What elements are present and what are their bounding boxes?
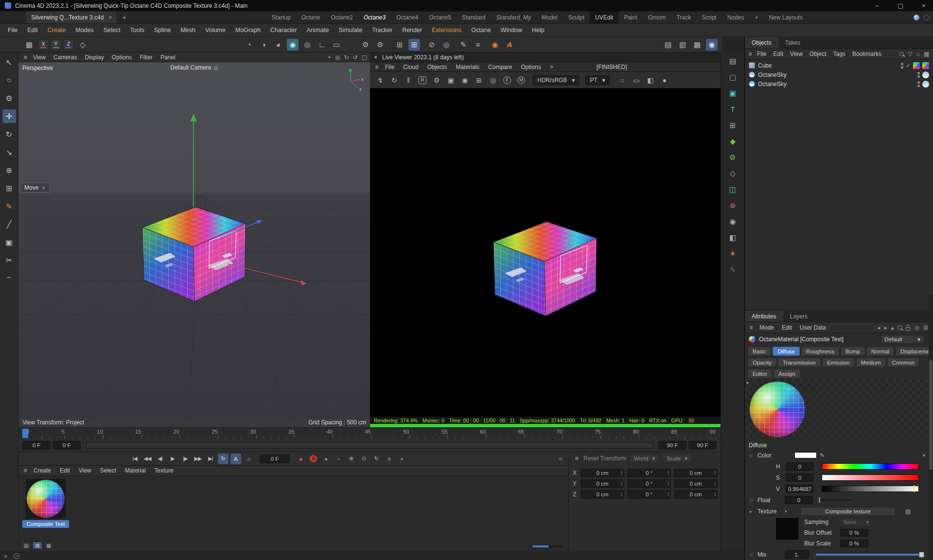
panel-layout-icon[interactable]: ◫ bbox=[725, 183, 740, 195]
layout-tab[interactable]: Script bbox=[696, 11, 722, 23]
interactive-render-icon[interactable]: ◉ bbox=[287, 39, 299, 51]
clone-tool-icon[interactable]: ▣ bbox=[2, 235, 16, 249]
live-selection-icon[interactable]: ○ bbox=[2, 73, 16, 87]
channel-tab[interactable]: Displacement bbox=[896, 347, 933, 356]
material-menu-item[interactable]: Material bbox=[121, 467, 150, 474]
sky-tag-icon[interactable] bbox=[922, 71, 929, 78]
coordinate-plane-icon[interactable]: ◇ bbox=[77, 39, 88, 51]
blur-offset-field[interactable]: 0 % bbox=[840, 529, 868, 537]
saturation-slider[interactable] bbox=[822, 474, 919, 481]
objects-menu-item[interactable]: Object bbox=[806, 51, 830, 57]
channel-tab[interactable]: Common bbox=[887, 358, 920, 367]
search-icon[interactable] bbox=[898, 325, 902, 330]
timeline[interactable]: 051015202530354045505560657075808590 bbox=[18, 427, 721, 439]
axis-lock-button[interactable]: Z bbox=[63, 39, 74, 50]
rotate-view-icon[interactable]: ↻ bbox=[344, 54, 349, 61]
layout-tab[interactable]: Octane2 bbox=[325, 11, 358, 23]
goto-end-icon[interactable]: ▶| bbox=[205, 454, 216, 464]
menu-item[interactable]: Animate bbox=[302, 27, 334, 34]
timeline-ruler[interactable]: 051015202530354045505560657075808590 bbox=[26, 428, 716, 439]
octane-a-icon[interactable]: A bbox=[504, 39, 515, 51]
history-back-icon[interactable]: ◂ bbox=[877, 324, 880, 331]
menu-item[interactable]: Extensions bbox=[427, 27, 466, 34]
live-viewer-menu-icon[interactable]: ≡ bbox=[373, 61, 381, 73]
sound-icon[interactable]: ♫ bbox=[243, 454, 254, 464]
live-viewer-menu-item[interactable]: Options bbox=[516, 64, 545, 70]
value-slider[interactable] bbox=[822, 486, 919, 492]
menu-item[interactable]: Tracker bbox=[367, 27, 397, 34]
menu-item[interactable]: Edit bbox=[22, 27, 43, 34]
enabled-check-icon[interactable]: ✓ bbox=[906, 62, 911, 69]
object-row-cube[interactable]: Cube ✓ bbox=[745, 61, 933, 70]
title-bar[interactable]: Cinema 4D 2023.2.1 - [Silverwing Quick-T… bbox=[0, 0, 933, 11]
restart-render-icon[interactable]: ↯ bbox=[375, 75, 386, 86]
reset-transform-button[interactable]: Reset Transform bbox=[583, 455, 627, 462]
autokey-frame-icon[interactable]: A bbox=[230, 454, 241, 464]
keyable-dot-icon[interactable]: ◇ bbox=[750, 552, 755, 557]
grid-view-icon[interactable]: ⊞ bbox=[33, 542, 42, 549]
film-settings-icon[interactable]: F bbox=[503, 76, 511, 84]
texture-thumbnail[interactable] bbox=[776, 518, 798, 540]
loop-mode-icon[interactable]: ↻ bbox=[218, 454, 229, 464]
hue-slider[interactable] bbox=[822, 463, 919, 470]
play-icon[interactable]: ▶ bbox=[167, 454, 178, 464]
channel-tab[interactable]: Bump bbox=[841, 347, 865, 356]
menu-item[interactable]: Window bbox=[496, 27, 527, 34]
white-balance-icon[interactable]: ○ bbox=[617, 75, 628, 86]
chevron-down-icon[interactable]: ▾ bbox=[923, 453, 925, 458]
viewport-menu-item[interactable]: Filter bbox=[136, 54, 157, 61]
octane-ball-icon[interactable]: ◉ bbox=[489, 39, 501, 51]
live-viewer-menu-item[interactable]: Objects bbox=[423, 64, 452, 70]
plugin-icon[interactable]: ◆ bbox=[725, 135, 740, 147]
goto-start-icon[interactable]: |◀ bbox=[129, 454, 140, 464]
mix-field[interactable]: 1. bbox=[785, 550, 809, 559]
frame-field[interactable]: 0 F bbox=[22, 441, 51, 450]
object-label[interactable]: OctaneSky bbox=[758, 71, 787, 78]
saturation-field[interactable]: 0 bbox=[786, 473, 814, 482]
viewport-camera-label[interactable]: Default Camera ▤ bbox=[170, 64, 218, 71]
sampling-dropdown[interactable]: None ▾ bbox=[840, 518, 872, 526]
menu-item[interactable]: Create bbox=[43, 27, 71, 34]
ruler-icon[interactable]: ∟ bbox=[316, 39, 328, 51]
expand-chevron-icon[interactable]: ▸ bbox=[750, 509, 755, 514]
attributes-menu-item[interactable]: User Data bbox=[796, 324, 830, 331]
color-swatch[interactable] bbox=[794, 452, 817, 458]
object-row-octanesky[interactable]: OctaneSky bbox=[745, 79, 933, 88]
panel-tab[interactable]: Objects bbox=[745, 37, 778, 49]
texture-button[interactable]: Composite texture bbox=[800, 507, 896, 516]
float-slider-knob[interactable] bbox=[819, 497, 820, 503]
popout-icon[interactable]: ⊞ bbox=[923, 324, 928, 331]
move-tool-icon[interactable]: ✛ bbox=[2, 109, 16, 123]
focus-pick-icon[interactable]: ◎ bbox=[488, 75, 498, 86]
collapse-chevron-icon[interactable]: ▾ bbox=[746, 380, 749, 385]
scale-field[interactable]: 0 cm▴▾ bbox=[674, 490, 718, 499]
channel-tab[interactable]: Basic bbox=[748, 347, 771, 356]
menu-item[interactable]: Simulate bbox=[334, 27, 368, 34]
eyedropper-icon[interactable]: ✎ bbox=[820, 452, 825, 459]
layout-tab[interactable]: Track bbox=[671, 11, 696, 23]
layer-browser-icon[interactable]: ▤ bbox=[725, 55, 740, 67]
layout-tab[interactable]: Octane3 bbox=[358, 11, 391, 23]
modeling-settings-icon[interactable]: ⚙ bbox=[2, 91, 16, 105]
material-pick-icon[interactable]: M bbox=[517, 76, 525, 84]
layout-tab[interactable]: Standard_My bbox=[491, 11, 536, 23]
document-tab-close-icon[interactable]: × bbox=[108, 14, 112, 21]
parameter-key-icon[interactable]: ≡ bbox=[384, 454, 394, 464]
object-row-octanesky[interactable]: OctaneSky bbox=[745, 70, 933, 79]
menu-item[interactable]: File bbox=[3, 27, 22, 34]
menu-item[interactable]: MoGraph bbox=[230, 27, 265, 34]
layout-tab[interactable]: New Layouts bbox=[763, 11, 808, 23]
rotation-field[interactable]: 0 °▴▾ bbox=[627, 479, 671, 488]
layout-tab[interactable]: Nodes bbox=[722, 11, 750, 23]
panel-tab[interactable]: Layers bbox=[783, 311, 814, 322]
close-button[interactable]: × bbox=[919, 2, 928, 9]
material-menu-item[interactable]: Texture bbox=[150, 467, 178, 474]
new-document-tab-button[interactable]: + bbox=[117, 14, 131, 21]
spline-pen-icon[interactable]: ~ bbox=[2, 271, 16, 285]
display-mode-icon[interactable]: ◕ bbox=[272, 39, 284, 51]
viewport-menu-item[interactable]: Cameras bbox=[50, 54, 81, 61]
search-icon[interactable] bbox=[899, 52, 904, 56]
text-tool-icon[interactable]: T bbox=[725, 103, 740, 115]
objects-menu-item[interactable]: File bbox=[754, 51, 770, 57]
preview-range-bar[interactable] bbox=[87, 443, 652, 448]
